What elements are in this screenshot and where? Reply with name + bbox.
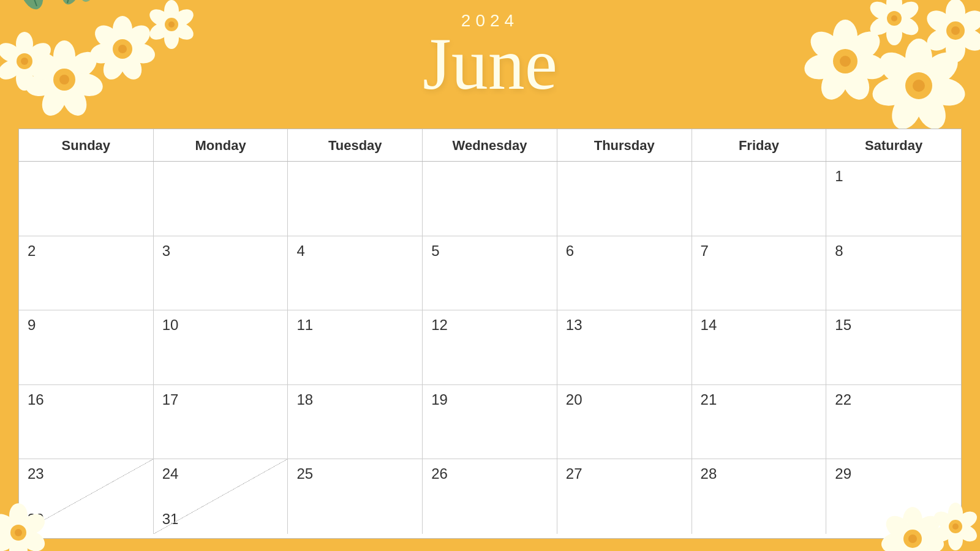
cell-15: 15	[826, 310, 961, 385]
header-friday: Friday	[692, 129, 827, 161]
cell-11: 11	[288, 310, 423, 385]
calendar-cells: 1 2 3 4 5 6 7 8 9 10 11 12 13 14 15 16 1…	[19, 162, 961, 534]
cell-5: 5	[423, 236, 557, 311]
cell-10: 10	[154, 310, 288, 385]
cell-12: 12	[423, 310, 557, 385]
cell-24-31: 24 31	[154, 459, 288, 534]
day-headers: Sunday Monday Tuesday Wednesday Thursday…	[19, 129, 961, 162]
cell-14: 14	[692, 310, 827, 385]
cell-28: 28	[692, 459, 827, 534]
cell-9: 9	[19, 310, 154, 385]
header-monday: Monday	[154, 129, 288, 161]
svg-point-76	[9, 538, 28, 551]
header-saturday: Saturday	[826, 129, 961, 161]
cell-23-30: 23 30	[19, 459, 154, 534]
header-tuesday: Tuesday	[288, 129, 423, 161]
cell-empty-2	[154, 162, 288, 236]
cell-empty-3	[288, 162, 423, 236]
cell-7: 7	[692, 236, 827, 311]
cell-2: 2	[19, 236, 154, 311]
cell-25: 25	[288, 459, 423, 534]
header-thursday: Thursday	[557, 129, 692, 161]
cell-empty-5	[557, 162, 692, 236]
cell-26: 26	[423, 459, 557, 534]
cell-21: 21	[692, 385, 827, 460]
cell-4: 4	[288, 236, 423, 311]
cell-16: 16	[19, 385, 154, 460]
cell-19: 19	[423, 385, 557, 460]
svg-point-84	[906, 539, 935, 551]
cell-8: 8	[826, 236, 961, 311]
header-wednesday: Wednesday	[423, 129, 557, 161]
cell-3: 3	[154, 236, 288, 311]
month-label: June	[0, 28, 980, 101]
cell-empty-6	[692, 162, 827, 236]
cell-6: 6	[557, 236, 692, 311]
cell-1: 1	[826, 162, 961, 236]
svg-point-78	[0, 510, 19, 538]
cell-29: 29	[826, 459, 961, 534]
cell-20: 20	[557, 385, 692, 460]
cell-13: 13	[557, 310, 692, 385]
cell-18: 18	[288, 385, 423, 460]
cell-27: 27	[557, 459, 692, 534]
header-sunday: Sunday	[19, 129, 154, 161]
cell-empty-4	[423, 162, 557, 236]
cell-22: 22	[826, 385, 961, 460]
cell-empty-1	[19, 162, 154, 236]
calendar-grid: Sunday Monday Tuesday Wednesday Thursday…	[18, 129, 962, 539]
svg-point-77	[0, 527, 19, 551]
svg-point-85	[890, 539, 919, 551]
cell-17: 17	[154, 385, 288, 460]
